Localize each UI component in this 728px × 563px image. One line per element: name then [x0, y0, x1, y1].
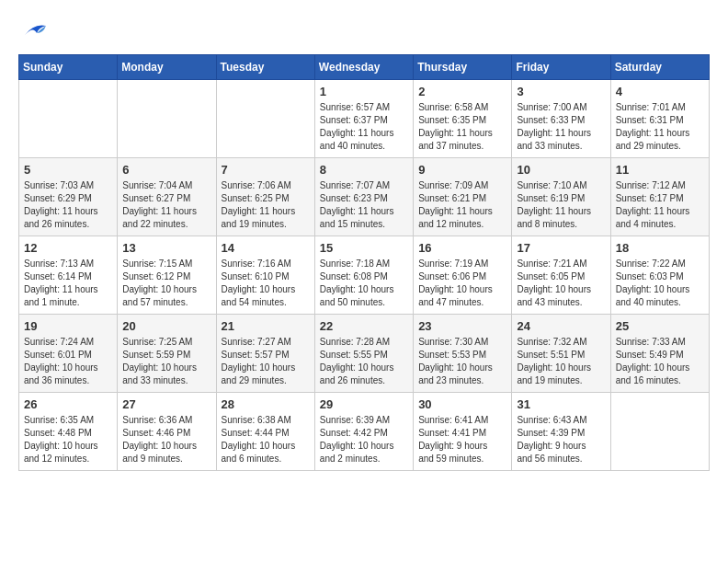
day-info: Sunrise: 7:25 AM Sunset: 5:59 PM Dayligh… — [122, 336, 210, 387]
day-number: 26 — [24, 397, 112, 411]
calendar-cell: 24Sunrise: 7:32 AM Sunset: 5:51 PM Dayli… — [512, 315, 610, 393]
day-number: 31 — [517, 397, 605, 411]
day-info: Sunrise: 7:27 AM Sunset: 5:57 PM Dayligh… — [222, 336, 310, 387]
day-number: 4 — [616, 85, 704, 98]
day-number: 1 — [320, 85, 408, 98]
day-number: 9 — [418, 163, 506, 177]
day-info: Sunrise: 7:19 AM Sunset: 6:06 PM Dayligh… — [418, 258, 506, 309]
calendar-cell: 5Sunrise: 7:03 AM Sunset: 6:29 PM Daylig… — [19, 158, 118, 236]
calendar-cell — [216, 80, 314, 158]
day-info: Sunrise: 7:33 AM Sunset: 5:49 PM Dayligh… — [616, 336, 704, 387]
header — [18, 18, 710, 45]
day-number: 27 — [122, 397, 210, 411]
calendar-cell: 26Sunrise: 6:35 AM Sunset: 4:48 PM Dayli… — [19, 393, 118, 471]
day-info: Sunrise: 6:38 AM Sunset: 4:44 PM Dayligh… — [222, 414, 310, 465]
day-info: Sunrise: 7:10 AM Sunset: 6:19 PM Dayligh… — [517, 179, 605, 231]
calendar-week-row: 1Sunrise: 6:57 AM Sunset: 6:37 PM Daylig… — [19, 80, 710, 158]
calendar-cell — [19, 80, 118, 158]
calendar-table: SundayMondayTuesdayWednesdayThursdayFrid… — [18, 54, 710, 471]
day-info: Sunrise: 7:13 AM Sunset: 6:14 PM Dayligh… — [24, 258, 112, 309]
day-info: Sunrise: 7:09 AM Sunset: 6:21 PM Dayligh… — [418, 179, 506, 231]
calendar-cell: 2Sunrise: 6:58 AM Sunset: 6:35 PM Daylig… — [414, 80, 512, 158]
day-number: 7 — [222, 163, 310, 177]
day-info: Sunrise: 7:28 AM Sunset: 5:55 PM Dayligh… — [320, 336, 408, 387]
day-number: 19 — [24, 319, 112, 333]
calendar-cell: 11Sunrise: 7:12 AM Sunset: 6:17 PM Dayli… — [610, 158, 709, 236]
calendar-cell: 8Sunrise: 7:07 AM Sunset: 6:23 PM Daylig… — [314, 158, 413, 236]
calendar-cell: 15Sunrise: 7:18 AM Sunset: 6:08 PM Dayli… — [314, 236, 413, 315]
logo — [18, 18, 48, 45]
weekday-header: Tuesday — [216, 55, 314, 80]
calendar-cell — [118, 80, 216, 158]
calendar-cell: 21Sunrise: 7:27 AM Sunset: 5:57 PM Dayli… — [216, 315, 314, 393]
calendar-cell: 9Sunrise: 7:09 AM Sunset: 6:21 PM Daylig… — [414, 158, 512, 236]
day-info: Sunrise: 6:36 AM Sunset: 4:46 PM Dayligh… — [122, 414, 210, 465]
calendar-week-row: 12Sunrise: 7:13 AM Sunset: 6:14 PM Dayli… — [19, 236, 710, 315]
calendar-cell: 7Sunrise: 7:06 AM Sunset: 6:25 PM Daylig… — [216, 158, 314, 236]
calendar-cell: 30Sunrise: 6:41 AM Sunset: 4:41 PM Dayli… — [414, 393, 512, 471]
calendar-cell: 25Sunrise: 7:33 AM Sunset: 5:49 PM Dayli… — [610, 315, 709, 393]
day-info: Sunrise: 7:18 AM Sunset: 6:08 PM Dayligh… — [320, 258, 408, 309]
weekday-header: Monday — [118, 55, 216, 80]
logo-bird-icon — [20, 18, 48, 40]
calendar-cell: 3Sunrise: 7:00 AM Sunset: 6:33 PM Daylig… — [512, 80, 610, 158]
day-info: Sunrise: 6:41 AM Sunset: 4:41 PM Dayligh… — [418, 414, 506, 465]
calendar-cell: 31Sunrise: 6:43 AM Sunset: 4:39 PM Dayli… — [512, 393, 610, 471]
weekday-header: Saturday — [610, 55, 709, 80]
calendar-cell: 6Sunrise: 7:04 AM Sunset: 6:27 PM Daylig… — [118, 158, 216, 236]
calendar-week-row: 5Sunrise: 7:03 AM Sunset: 6:29 PM Daylig… — [19, 158, 710, 236]
calendar-cell: 19Sunrise: 7:24 AM Sunset: 6:01 PM Dayli… — [19, 315, 118, 393]
day-number: 17 — [517, 241, 605, 255]
day-info: Sunrise: 6:57 AM Sunset: 6:37 PM Dayligh… — [320, 101, 408, 153]
day-number: 3 — [517, 85, 605, 98]
calendar-cell: 13Sunrise: 7:15 AM Sunset: 6:12 PM Dayli… — [118, 236, 216, 315]
day-info: Sunrise: 7:21 AM Sunset: 6:05 PM Dayligh… — [517, 258, 605, 309]
day-number: 25 — [616, 319, 704, 333]
day-info: Sunrise: 7:12 AM Sunset: 6:17 PM Dayligh… — [616, 179, 704, 231]
calendar-week-row: 19Sunrise: 7:24 AM Sunset: 6:01 PM Dayli… — [19, 315, 710, 393]
day-number: 6 — [122, 163, 210, 177]
day-info: Sunrise: 6:39 AM Sunset: 4:42 PM Dayligh… — [320, 414, 408, 465]
day-info: Sunrise: 7:32 AM Sunset: 5:51 PM Dayligh… — [517, 336, 605, 387]
calendar-cell: 4Sunrise: 7:01 AM Sunset: 6:31 PM Daylig… — [610, 80, 709, 158]
calendar-cell: 16Sunrise: 7:19 AM Sunset: 6:06 PM Dayli… — [414, 236, 512, 315]
day-number: 15 — [320, 241, 408, 255]
day-number: 18 — [616, 241, 704, 255]
day-info: Sunrise: 7:16 AM Sunset: 6:10 PM Dayligh… — [222, 258, 310, 309]
day-number: 16 — [418, 241, 506, 255]
day-info: Sunrise: 7:00 AM Sunset: 6:33 PM Dayligh… — [517, 101, 605, 153]
day-number: 2 — [418, 85, 506, 98]
day-number: 28 — [222, 397, 310, 411]
day-info: Sunrise: 7:04 AM Sunset: 6:27 PM Dayligh… — [122, 179, 210, 231]
day-number: 21 — [222, 319, 310, 333]
day-number: 23 — [418, 319, 506, 333]
day-number: 5 — [24, 163, 112, 177]
day-number: 14 — [222, 241, 310, 255]
day-number: 12 — [24, 241, 112, 255]
day-info: Sunrise: 6:35 AM Sunset: 4:48 PM Dayligh… — [24, 414, 112, 465]
day-number: 30 — [418, 397, 506, 411]
calendar-cell — [610, 393, 709, 471]
logo-text — [18, 18, 48, 45]
calendar-cell: 23Sunrise: 7:30 AM Sunset: 5:53 PM Dayli… — [414, 315, 512, 393]
calendar-cell: 10Sunrise: 7:10 AM Sunset: 6:19 PM Dayli… — [512, 158, 610, 236]
day-info: Sunrise: 7:01 AM Sunset: 6:31 PM Dayligh… — [616, 101, 704, 153]
day-info: Sunrise: 7:07 AM Sunset: 6:23 PM Dayligh… — [320, 179, 408, 231]
weekday-header: Friday — [512, 55, 610, 80]
calendar-cell: 29Sunrise: 6:39 AM Sunset: 4:42 PM Dayli… — [314, 393, 413, 471]
day-number: 20 — [122, 319, 210, 333]
calendar-cell: 18Sunrise: 7:22 AM Sunset: 6:03 PM Dayli… — [610, 236, 709, 315]
day-info: Sunrise: 6:43 AM Sunset: 4:39 PM Dayligh… — [517, 414, 605, 465]
day-info: Sunrise: 7:22 AM Sunset: 6:03 PM Dayligh… — [616, 258, 704, 309]
calendar-cell: 12Sunrise: 7:13 AM Sunset: 6:14 PM Dayli… — [19, 236, 118, 315]
day-number: 11 — [616, 163, 704, 177]
day-number: 22 — [320, 319, 408, 333]
day-number: 24 — [517, 319, 605, 333]
day-number: 13 — [122, 241, 210, 255]
day-number: 8 — [320, 163, 408, 177]
calendar-cell: 28Sunrise: 6:38 AM Sunset: 4:44 PM Dayli… — [216, 393, 314, 471]
day-number: 29 — [320, 397, 408, 411]
weekday-header: Thursday — [414, 55, 512, 80]
weekday-header: Sunday — [19, 55, 118, 80]
calendar-cell: 22Sunrise: 7:28 AM Sunset: 5:55 PM Dayli… — [314, 315, 413, 393]
